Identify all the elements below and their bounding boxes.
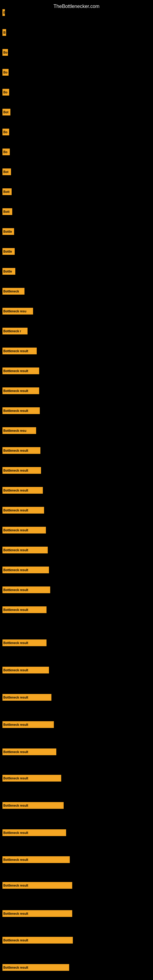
bar: Bo: [2, 89, 9, 95]
bar-label: Bottleneck result: [3, 641, 28, 645]
bar-label: Bo: [3, 91, 7, 94]
bar-row: Bottleneck result: [2, 407, 40, 414]
bar-row: Bottleneck result: [2, 348, 37, 354]
bar-row: Bottleneck result: [2, 964, 69, 971]
bar-row: Bottleneck result: [2, 882, 72, 889]
bar-row: Bottleneck result: [2, 527, 46, 533]
bar: Bottleneck result: [2, 721, 54, 728]
bar: Bottleneck result: [2, 348, 37, 354]
bar: Bottleneck result: [2, 587, 50, 593]
bar: Bott: [2, 208, 12, 215]
bar-label: Bo: [3, 51, 7, 54]
bar-row: Bottleneck result: [2, 856, 70, 863]
bar: Bottleneck result: [2, 527, 46, 533]
bar-label: Bottle: [3, 230, 12, 233]
bar-label: Bottleneck result: [3, 449, 28, 452]
bar: Bottleneck result: [2, 447, 40, 454]
bar-row: Bottleneck result: [2, 640, 46, 646]
bar-label: Bott: [3, 210, 10, 213]
bar: Bottleneck: [2, 288, 24, 294]
bar: Bot: [2, 109, 10, 115]
bar-label: Bottleneck result: [3, 409, 28, 412]
bar-label: Bottle: [3, 250, 12, 253]
bar-label: Bottleneck result: [3, 549, 28, 552]
bar-label: Bottleneck result: [3, 804, 28, 807]
bar-label: Bottleneck result: [3, 608, 28, 612]
bar-label: Bot: [3, 111, 9, 114]
bar-row: Bottleneck result: [2, 721, 54, 728]
bar-row: Bottleneck: [2, 288, 24, 294]
bar: Bottleneck result: [2, 882, 72, 889]
bar-row: Bottleneck result: [2, 566, 49, 573]
bar-label: Bo: [3, 130, 7, 134]
bar: Bottleneck result: [2, 937, 73, 943]
bar-row: Bottleneck result: [2, 910, 72, 917]
bar-row: Bottleneck result: [2, 487, 43, 494]
bar-row: Bo: [2, 69, 9, 76]
bar: Bottleneck result: [2, 829, 66, 836]
bar-row: Bottleneck result: [2, 802, 64, 809]
bar-row: Bottleneck result: [2, 748, 56, 755]
bar-label: Bottle: [3, 270, 12, 273]
bar: B: [2, 9, 5, 16]
bar-label: Bottleneck result: [3, 350, 28, 353]
bar-label: Bottleneck result: [3, 568, 28, 572]
bar-row: Bottleneck result: [2, 694, 51, 701]
bar-label: Bottleneck result: [3, 723, 28, 726]
bar: Bottle: [2, 268, 15, 275]
bar: Bottleneck resu: [2, 427, 36, 434]
bar-label: Bottleneck resu: [3, 429, 26, 433]
bar: Bott: [2, 188, 12, 195]
bar-label: Bottleneck result: [3, 668, 28, 672]
bar-label: Bott: [3, 190, 10, 194]
bar-row: Bottleneck result: [2, 587, 50, 593]
bar-label: Bottleneck result: [3, 389, 28, 393]
bar-row: Bottleneck result: [2, 606, 46, 613]
bar: Bottleneck result: [2, 640, 46, 646]
bar-label: Bottleneck result: [3, 939, 28, 942]
bar-row: Bottleneck result: [2, 447, 40, 454]
bar: Bottleneck result: [2, 606, 46, 613]
bar: Bottleneck result: [2, 856, 70, 863]
bar: Bottle: [2, 248, 15, 255]
bar-label: Bottleneck result: [3, 696, 28, 699]
bar: Bottleneck result: [2, 964, 69, 971]
bar-row: Bott: [2, 208, 12, 215]
bar-row: Bottleneck resu: [2, 427, 36, 434]
bar-label: Bottleneck result: [3, 369, 28, 373]
bar-row: Bottleneck result: [2, 547, 48, 554]
bar-label: Bottleneck result: [3, 489, 28, 492]
bar-label: Bottleneck result: [3, 776, 28, 780]
bar-label: Bottleneck result: [3, 528, 28, 532]
bar-row: Bot: [2, 169, 11, 175]
bar-label: Bottleneck result: [3, 831, 28, 835]
bar-row: Bottleneck result: [2, 775, 61, 781]
bar-row: Bot: [2, 109, 10, 115]
bar: Bottleneck result: [2, 667, 49, 673]
bar-row: Bo: [2, 49, 8, 56]
bar-row: Bottleneck result: [2, 937, 73, 943]
bar-label: Bottleneck result: [3, 750, 28, 754]
bar-label: Bottleneck result: [3, 858, 28, 861]
bar-label: Bottleneck result: [3, 966, 28, 969]
bar-row: B: [2, 9, 5, 16]
bar: Bottleneck result: [2, 387, 39, 394]
bar: Bottleneck result: [2, 467, 41, 474]
bar-label: Bottleneck result: [3, 912, 28, 915]
bar-row: Bottle: [2, 268, 15, 275]
bar: Bo: [2, 148, 10, 155]
bar-row: Bottleneck result: [2, 667, 49, 673]
bar-row: Bottle: [2, 228, 14, 235]
bar: Bottleneck result: [2, 748, 56, 755]
bar-label: Bottleneck resu: [3, 310, 26, 313]
bar-label: Bottleneck: [3, 290, 19, 293]
bar-label: Bo: [3, 71, 7, 74]
bar: Bottleneck resu: [2, 308, 33, 315]
bar-row: Bottleneck result: [2, 829, 66, 836]
bar: Bo: [2, 69, 9, 76]
bar: Bottleneck result: [2, 487, 43, 494]
bar-row: Bottleneck result: [2, 387, 39, 394]
bar-row: Bottleneck result: [2, 368, 39, 374]
bar-label: Bot: [3, 170, 9, 173]
bar: Bottleneck result: [2, 910, 72, 917]
